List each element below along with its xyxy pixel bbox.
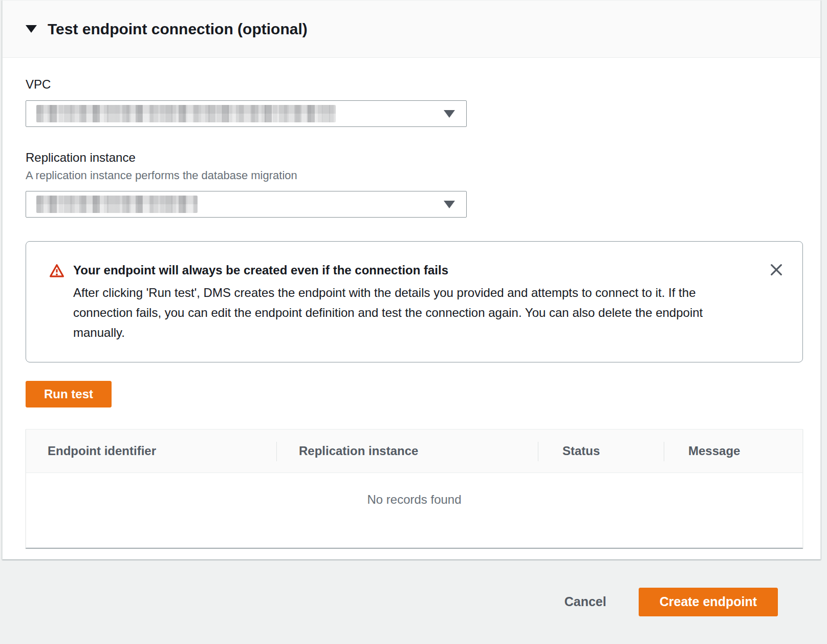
column-header-status: Status: [538, 430, 664, 473]
cancel-button[interactable]: Cancel: [564, 594, 606, 609]
column-header-message: Message: [664, 430, 802, 473]
replication-instance-label: Replication instance: [26, 151, 799, 165]
replication-instance-field: Replication instance A replication insta…: [26, 151, 799, 218]
vpc-label: VPC: [26, 77, 799, 92]
replication-instance-selected-value-redacted: [36, 196, 198, 213]
form-actions-footer: Cancel Create endpoint: [0, 560, 827, 644]
vpc-field: VPC: [26, 77, 799, 127]
section-body: VPC Replication instance A replication i…: [3, 58, 820, 548]
collapse-triangle-icon: [26, 25, 37, 33]
run-test-button[interactable]: Run test: [26, 381, 112, 407]
empty-state-message: No records found: [26, 473, 802, 548]
section-title: Test endpoint connection (optional): [48, 20, 308, 38]
test-endpoint-section: Test endpoint connection (optional) VPC …: [2, 0, 821, 560]
warning-triangle-icon: [49, 264, 64, 280]
replication-instance-select[interactable]: [26, 191, 467, 218]
alert-title: Your endpoint will always be created eve…: [73, 263, 718, 278]
alert-content: Your endpoint will always be created eve…: [73, 263, 718, 342]
table-header-row: Endpoint identifier Replication instance…: [26, 430, 802, 473]
replication-instance-description: A replication instance performs the data…: [26, 169, 799, 182]
alert-body-text: After clicking 'Run test', DMS creates t…: [73, 283, 718, 342]
connection-results-table: Endpoint identifier Replication instance…: [26, 429, 803, 548]
vpc-selected-value-redacted: [36, 105, 336, 122]
vpc-select[interactable]: [26, 100, 467, 127]
chevron-down-icon: [444, 201, 455, 208]
warning-alert: Your endpoint will always be created eve…: [26, 241, 803, 362]
close-icon[interactable]: [768, 261, 785, 278]
chevron-down-icon: [444, 110, 455, 118]
section-header-toggle[interactable]: Test endpoint connection (optional): [3, 1, 820, 58]
column-header-replication-instance: Replication instance: [276, 430, 538, 473]
create-endpoint-button[interactable]: Create endpoint: [639, 588, 778, 616]
column-header-endpoint-identifier: Endpoint identifier: [26, 430, 276, 473]
